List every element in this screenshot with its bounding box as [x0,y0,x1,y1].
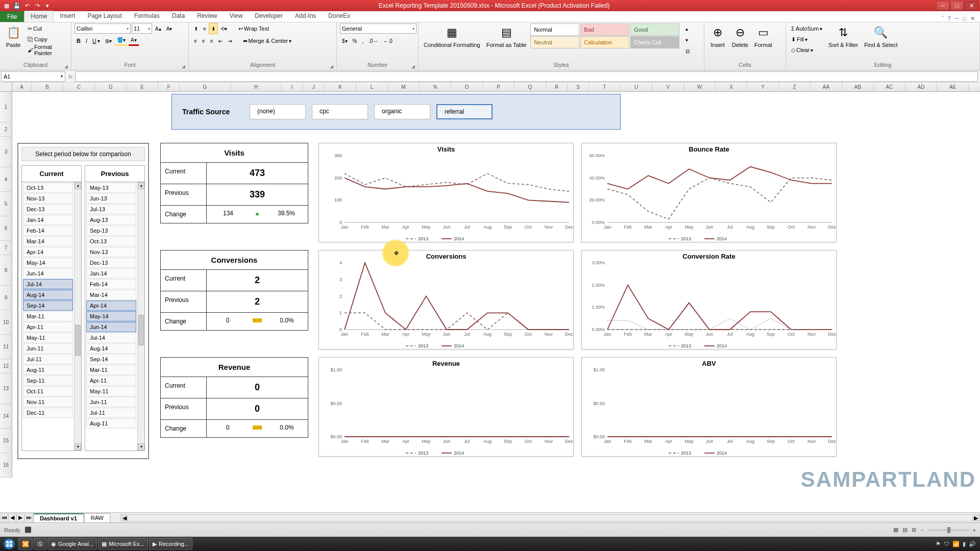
zoom-out-icon[interactable]: − [920,527,923,533]
period-item[interactable]: Feb-14 [86,279,136,289]
period-item[interactable]: Nov-11 [23,397,73,407]
style-good[interactable]: Good [630,23,679,36]
period-item[interactable]: Jun-14 [23,268,73,279]
period-item[interactable]: Aug-11 [86,418,136,429]
ribbon-tab-page-layout[interactable]: Page Layout [81,11,128,22]
period-item[interactable]: Dec-13 [23,204,73,214]
row-header[interactable]: 15 [0,429,12,453]
period-item[interactable]: May-14 [86,311,136,321]
tray-volume-icon[interactable]: 🔊 [969,541,976,547]
chart-abv[interactable]: ABV$0.00$0.50$1.00JanFebMarAprMayJunJulA… [581,357,837,457]
period-item[interactable]: Sep-14 [23,300,73,311]
fill-button[interactable]: ⬇Fill▾ [789,34,824,44]
previous-scrollbar[interactable]: ▴ ▾ [137,182,144,450]
period-item[interactable]: Aug-14 [23,290,73,300]
traffic-source-option[interactable]: cpc [312,104,368,119]
redo-icon[interactable]: ↷ [33,2,42,10]
column-header[interactable]: C [63,83,95,91]
conditional-formatting-button[interactable]: ▦Conditional Formatting [422,23,482,49]
ribbon-window-close-icon[interactable]: ✕ [970,15,975,22]
row-header[interactable]: 5 [0,192,12,216]
tray-network-icon[interactable]: 📶 [952,541,960,547]
column-header[interactable]: P [483,83,514,91]
ribbon-tab-developer[interactable]: Developer [249,11,289,22]
period-item[interactable]: Dec-13 [86,258,136,268]
period-item[interactable]: Jun-11 [23,343,73,354]
column-header[interactable]: R [546,83,568,91]
scroll-thumb[interactable] [75,325,81,356]
file-tab[interactable]: File [0,11,24,22]
column-header[interactable]: G [180,83,231,91]
formula-bar[interactable] [75,71,978,82]
period-item[interactable]: Aug-11 [23,365,73,375]
increase-decimal-button[interactable]: .0→ [366,36,380,46]
row-header[interactable]: 9 [0,286,12,310]
ribbon-tab-data[interactable]: Data [166,11,191,22]
find-select-button[interactable]: 🔍Find & Select [862,23,899,49]
period-item[interactable]: Jul-11 [23,354,73,364]
period-item[interactable]: May-13 [86,183,136,193]
chart-visits[interactable]: Visits0100200300JanFebMarAprMayJunJulAug… [318,143,574,242]
horizontal-scrollbar[interactable]: ◀ ▶ [120,514,980,521]
period-item[interactable]: Jun-13 [86,193,136,204]
qat-more-icon[interactable]: ▾ [43,2,52,10]
ribbon-tab-add-ins[interactable]: Add-Ins [289,11,322,22]
period-item[interactable]: Mar-11 [86,365,136,375]
column-header[interactable]: M [388,83,420,91]
align-left-button[interactable]: ≡ [192,36,199,46]
align-center-button[interactable]: ≡ [200,36,207,46]
accounting-button[interactable]: $▾ [340,36,350,46]
ribbon-tab-view[interactable]: View [224,11,249,22]
increase-indent-button[interactable]: ⇥ [226,36,234,46]
autosum-button[interactable]: ΣAutoSum▾ [789,23,824,34]
style-calculation[interactable]: Calculation [580,36,629,48]
paste-button[interactable]: 📋 Paste [3,23,23,49]
minimize-button[interactable]: ─ [936,1,949,10]
styles-more-icon[interactable]: ⊟ [683,46,692,56]
current-scrollbar[interactable]: ▴ ▾ [74,182,81,450]
ribbon-tab-doneex[interactable]: DoneEx [322,11,356,22]
traffic-source-option[interactable]: organic [374,104,430,119]
row-header[interactable]: 16 [0,453,12,478]
format-painter-button[interactable]: 🖌Format Painter [26,45,68,55]
column-header[interactable]: AA [811,83,842,91]
column-header[interactable]: X [716,83,747,91]
period-item[interactable]: Apr-11 [86,375,136,386]
number-launcher-icon[interactable]: ◢ [411,64,415,69]
select-all-corner[interactable] [0,83,12,91]
row-header[interactable]: 12 [0,359,12,373]
period-item[interactable]: Oct-13 [23,183,73,193]
scroll-down-icon[interactable]: ▾ [138,443,144,450]
taskbar-app-skype[interactable]: Ⓢ [34,538,46,550]
scroll-thumb[interactable] [138,315,144,345]
styles-scroll-down-icon[interactable]: ▾ [683,35,692,45]
column-header[interactable]: H [231,83,282,91]
delete-cells-button[interactable]: ⊖Delete [730,23,750,49]
view-layout-icon[interactable]: ▤ [902,527,908,533]
taskbar-app-filezilla[interactable]: 🔀 [18,538,33,550]
row-header[interactable]: 6 [0,216,12,241]
tray-shield-icon[interactable]: 🛡 [944,541,949,547]
scroll-up-icon[interactable]: ▴ [75,182,81,189]
column-header[interactable]: T [589,83,621,91]
column-header[interactable]: Z [779,83,811,91]
underline-button[interactable]: U▾ [90,36,102,46]
period-item[interactable]: Aug-13 [86,215,136,225]
decrease-indent-button[interactable]: ⇤ [216,36,225,46]
row-header[interactable]: 3 [0,137,12,167]
number-format-combo[interactable]: General▾ [340,23,416,34]
alignment-launcher-icon[interactable]: ◢ [330,64,333,69]
zoom-slider[interactable] [928,529,969,531]
sort-filter-button[interactable]: ⇅Sort & Filter [826,23,860,49]
font-launcher-icon[interactable]: ◢ [182,64,185,69]
align-top-button[interactable]: ⬆ [192,23,200,34]
period-item[interactable]: Aug-14 [86,343,136,354]
border-button[interactable]: ⊞▾ [103,36,114,46]
fx-icon[interactable]: fx [68,73,73,80]
period-item[interactable]: Mar-11 [23,311,73,321]
period-item[interactable]: Nov-13 [23,193,73,204]
italic-button[interactable]: I [84,36,89,46]
period-item[interactable]: Dec-11 [23,408,73,418]
help-icon[interactable]: ? [947,15,950,22]
column-header[interactable]: AE [937,83,969,91]
